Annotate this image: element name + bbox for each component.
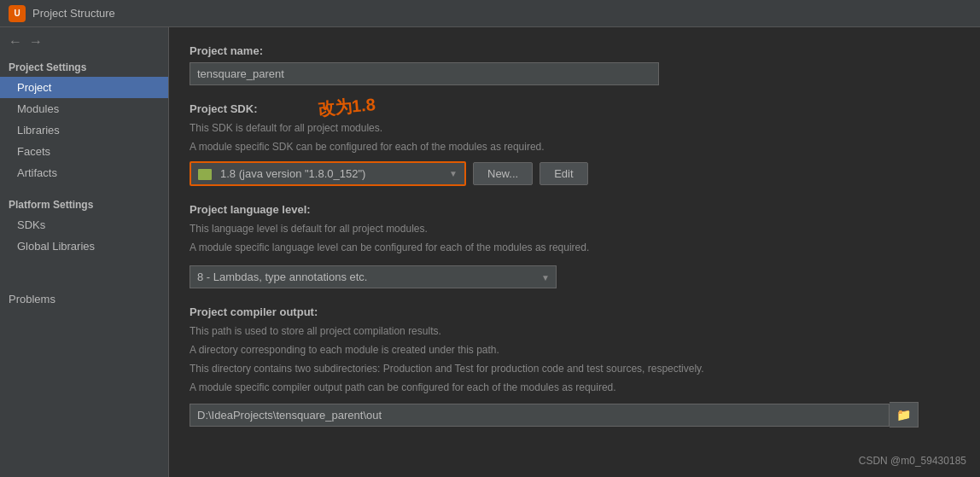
browse-output-path-button[interactable]: 📁 xyxy=(890,402,919,428)
main-layout: ← → Project Settings Project Modules Lib… xyxy=(0,27,980,477)
compiler-output-desc3: This directory contains two subdirectori… xyxy=(190,361,960,376)
project-compiler-output-label: Project compiler output: xyxy=(190,305,960,318)
project-name-input[interactable] xyxy=(190,62,659,85)
sdk-dropdown-arrow-icon: ▼ xyxy=(449,169,458,178)
app-icon: U xyxy=(9,5,26,22)
watermark: CSDN @m0_59430185 xyxy=(859,455,966,467)
compiler-output-path-input[interactable] xyxy=(190,404,890,427)
compiler-output-desc2: A directory corresponding to each module… xyxy=(190,342,960,358)
spacer3 xyxy=(0,267,168,277)
sidebar-item-problems[interactable]: Problems xyxy=(0,284,168,314)
sdk-select-display[interactable]: 1.8 (java version "1.8.0_152") ▼ xyxy=(191,163,464,184)
content-inner: Project name: Project SDK: This SDK is d… xyxy=(190,44,960,428)
sidebar-item-libraries[interactable]: Libraries xyxy=(0,119,168,141)
project-compiler-output-group: Project compiler output: This path is us… xyxy=(190,305,960,428)
sdk-folder-icon xyxy=(198,169,212,180)
content-area: Project name: Project SDK: This SDK is d… xyxy=(169,27,980,477)
sidebar-item-global-libraries[interactable]: Global Libraries xyxy=(0,236,168,257)
language-level-wrapper: 8 - Lambdas, type annotations etc. ▼ xyxy=(190,265,557,288)
compiler-output-desc1: This path is used to store all project c… xyxy=(190,323,960,339)
sidebar: ← → Project Settings Project Modules Lib… xyxy=(0,27,169,477)
edit-sdk-button[interactable]: Edit xyxy=(540,162,587,185)
project-name-label: Project name: xyxy=(190,44,960,57)
language-level-select[interactable]: 8 - Lambdas, type annotations etc. xyxy=(190,265,557,288)
output-path-row: 📁 xyxy=(190,402,960,428)
title-bar: U Project Structure xyxy=(0,0,980,27)
sidebar-item-sdks[interactable]: SDKs xyxy=(0,214,168,236)
sidebar-item-modules[interactable]: Modules xyxy=(0,98,168,119)
back-arrow[interactable]: ← xyxy=(9,34,22,49)
forward-arrow[interactable]: → xyxy=(29,34,43,49)
folder-browse-icon: 📁 xyxy=(896,408,911,422)
sdk-dropdown-wrapper: 1.8 (java version "1.8.0_152") ▼ xyxy=(190,161,466,186)
platform-settings-header: Platform Settings xyxy=(0,194,168,214)
sdk-value-text: 1.8 (java version "1.8.0_152") xyxy=(220,167,440,180)
window-title: Project Structure xyxy=(32,7,115,20)
sidebar-item-facets[interactable]: Facets xyxy=(0,141,168,162)
project-sdk-desc1: This SDK is default for all project modu… xyxy=(190,120,960,136)
sidebar-item-project[interactable]: Project xyxy=(0,77,168,98)
project-language-level-group: Project language level: This language le… xyxy=(190,203,960,288)
spacer xyxy=(0,183,168,194)
project-sdk-label: Project SDK: xyxy=(190,102,960,115)
project-sdk-desc2: A module specific SDK can be configured … xyxy=(190,139,960,154)
new-sdk-button[interactable]: New... xyxy=(473,162,533,185)
project-name-group: Project name: xyxy=(190,44,960,85)
project-language-level-label: Project language level: xyxy=(190,203,960,216)
sidebar-item-artifacts[interactable]: Artifacts xyxy=(0,162,168,183)
project-settings-header: Project Settings xyxy=(0,56,168,77)
project-sdk-group: Project SDK: This SDK is default for all… xyxy=(190,102,960,186)
project-language-level-desc2: A module specific language level can be … xyxy=(190,240,960,255)
sdk-row: 1.8 (java version "1.8.0_152") ▼ New... … xyxy=(190,161,960,186)
nav-arrows: ← → xyxy=(0,27,168,56)
spacer2 xyxy=(0,257,168,267)
compiler-output-desc4: A module specific compiler output path c… xyxy=(190,380,960,395)
project-language-level-desc1: This language level is default for all p… xyxy=(190,221,960,236)
